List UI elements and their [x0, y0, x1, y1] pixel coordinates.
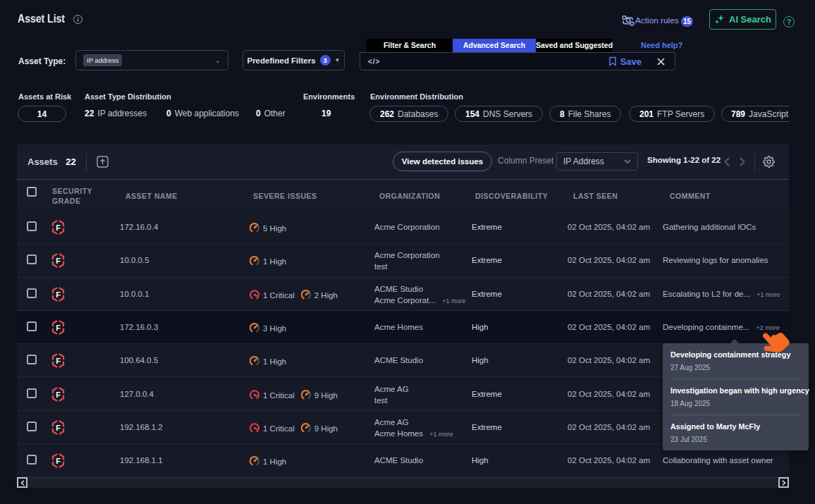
svg-text:F: F	[56, 324, 61, 332]
svg-text:F: F	[56, 457, 61, 465]
svg-text:F: F	[56, 357, 61, 365]
svg-text:F: F	[56, 424, 61, 432]
svg-text:F: F	[56, 290, 61, 298]
svg-text:F: F	[56, 223, 61, 232]
svg-text:F: F	[56, 257, 61, 265]
svg-text:F: F	[56, 390, 61, 398]
